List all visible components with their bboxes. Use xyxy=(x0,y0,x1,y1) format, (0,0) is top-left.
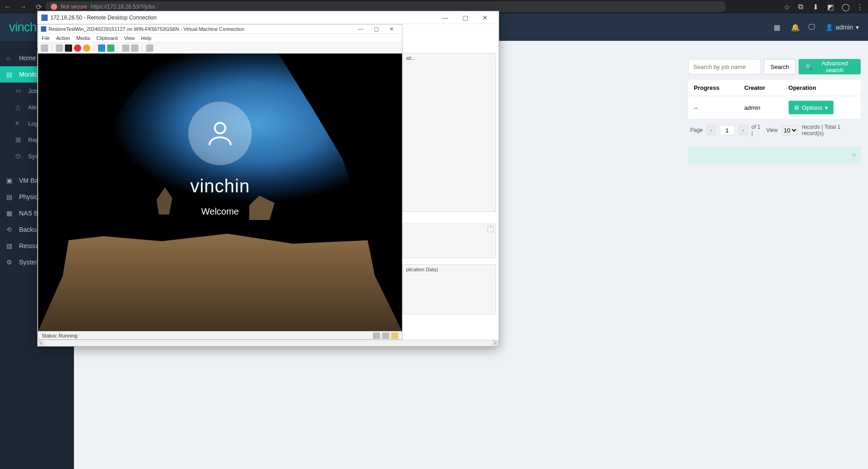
not-secure-label: Not secure xyxy=(61,4,87,10)
user-icon: 👤 xyxy=(825,24,833,31)
vmconn-icon xyxy=(41,26,46,32)
vm-screen[interactable]: vinchin Welcome xyxy=(38,54,402,331)
anon-icon[interactable]: ◯ xyxy=(842,3,850,11)
options-label: Options xyxy=(802,104,823,111)
page-input[interactable] xyxy=(720,125,735,135)
peek-text: plication Data) xyxy=(403,265,495,274)
vm-close-button[interactable]: ✕ xyxy=(384,26,399,32)
peek-panel-1: ati... xyxy=(403,53,496,212)
maximize-button[interactable]: ▢ xyxy=(455,14,475,21)
save-icon[interactable] xyxy=(83,44,90,52)
minimize-button[interactable]: — xyxy=(435,14,455,21)
menu-media[interactable]: Media xyxy=(76,35,90,41)
chevron-down-icon: ▾ xyxy=(825,104,828,111)
menu-clipboard[interactable]: Clipboard xyxy=(96,35,118,41)
gear-icon: ⚙ xyxy=(6,259,14,266)
nav-back-icon[interactable]: ← xyxy=(4,3,12,11)
ctrl-alt-del-icon[interactable] xyxy=(41,44,48,52)
grid-icon[interactable]: ▦ xyxy=(774,23,782,31)
resource-icon: ▧ xyxy=(6,242,14,249)
menu-view[interactable]: View xyxy=(124,35,135,41)
page-label: Page xyxy=(690,127,703,133)
options-button[interactable]: ⚙ Options ▾ xyxy=(789,101,834,114)
peek-panel-2: ˆ xyxy=(403,224,496,258)
peek-text: ati... xyxy=(403,54,495,63)
peek-panel-3: plication Data) xyxy=(403,264,496,314)
page-next-button[interactable]: › xyxy=(739,125,748,135)
pause-icon[interactable] xyxy=(98,44,105,52)
nas-icon: ▦ xyxy=(6,210,14,217)
bell-icon: △ xyxy=(15,103,23,111)
gear-icon: ⚙ xyxy=(794,104,799,111)
shutdown-icon[interactable] xyxy=(74,44,81,52)
nav-forward-icon[interactable]: → xyxy=(19,3,27,11)
login-welcome: Welcome xyxy=(188,206,252,217)
avatar-icon xyxy=(188,102,252,165)
vmconn-title-text: RestoreTestWin_20240229151127 on WIN-FK5… xyxy=(49,26,245,32)
chevron-up-icon[interactable]: ˆ xyxy=(487,226,494,232)
log-icon: ≡ xyxy=(15,120,23,127)
warning-icon xyxy=(51,4,57,10)
search-input[interactable] xyxy=(688,59,761,74)
pager: Page ‹ › of 1 | View 10 records | Total … xyxy=(688,119,861,141)
rdp-icon xyxy=(41,15,48,21)
scrollbar[interactable]: ‹ › xyxy=(38,340,499,346)
jobs-icon: ▭ xyxy=(15,87,23,94)
menu-file[interactable]: File xyxy=(42,35,50,41)
cell-creator: admin xyxy=(739,96,783,119)
turnoff-icon[interactable] xyxy=(65,44,72,52)
col-creator[interactable]: Creator xyxy=(739,80,783,96)
svg-point-0 xyxy=(215,122,225,133)
close-icon[interactable]: × xyxy=(852,151,856,159)
display-icon xyxy=(373,332,380,339)
monitor-icon: ▤ xyxy=(6,71,14,78)
bell-icon[interactable]: 🔔 xyxy=(791,23,799,31)
page-size-select[interactable]: 10 xyxy=(781,125,798,135)
vm-minimize-button[interactable]: — xyxy=(353,26,368,32)
sidebar-label: Home xyxy=(19,54,36,62)
reset-icon[interactable] xyxy=(107,44,114,52)
download-icon[interactable]: ⬇ xyxy=(813,3,821,11)
monitor-icon[interactable]: 🖵 xyxy=(808,23,816,31)
scroll-left-icon[interactable]: ‹ xyxy=(38,340,44,346)
menu-action[interactable]: Action xyxy=(56,35,70,41)
cell-progress: -- xyxy=(688,96,739,119)
advanced-search-button[interactable]: 🔍 Advanced search xyxy=(799,59,861,74)
scroll-right-icon[interactable]: › xyxy=(492,340,499,346)
disk-icon xyxy=(382,332,389,339)
col-progress[interactable]: Progress xyxy=(688,80,739,96)
app-logo: vinch xyxy=(9,20,36,34)
search-button[interactable]: Search xyxy=(764,59,796,74)
search-icon: 🔍 xyxy=(805,64,813,70)
vm-icon: ▣ xyxy=(6,177,14,184)
close-button[interactable]: ✕ xyxy=(475,14,495,21)
start-icon[interactable] xyxy=(56,44,63,52)
extension-icon[interactable]: ⧉ xyxy=(798,3,806,11)
enhanced-icon[interactable] xyxy=(146,44,153,52)
menu-icon[interactable]: ⋮ xyxy=(856,3,864,11)
revert-icon[interactable] xyxy=(131,44,138,52)
login-username: vinchin xyxy=(188,176,252,196)
col-operation[interactable]: Operation xyxy=(783,80,861,96)
records-label: records | Total 1 record(s) xyxy=(802,124,859,137)
table-row[interactable]: -- admin ⚙ Options ▾ xyxy=(688,96,861,119)
view-label: View xyxy=(766,127,778,133)
system-icon: ◷ xyxy=(15,152,23,160)
menu-help[interactable]: Help xyxy=(141,35,152,41)
physical-icon: ▤ xyxy=(6,193,14,200)
home-icon: ⌂ xyxy=(6,54,14,62)
user-menu[interactable]: 👤 admin ▾ xyxy=(825,24,859,31)
star-icon[interactable]: ☆ xyxy=(784,3,792,11)
url-text: https://172.18.26.53/?/jobs xyxy=(91,4,155,10)
adv-label: Advanced search xyxy=(815,60,854,73)
vm-maximize-button[interactable]: ▢ xyxy=(368,26,384,32)
profile-icon[interactable]: ◩ xyxy=(827,3,835,11)
nav-reload-icon[interactable]: ⟳ xyxy=(34,3,43,11)
jobs-table: Progress Creator Operation -- admin ⚙ Op… xyxy=(688,80,861,119)
lock-icon xyxy=(391,332,398,339)
checkpoint-icon[interactable] xyxy=(122,44,129,52)
vmconn-window: RestoreTestWin_20240229151127 on WIN-FK5… xyxy=(38,24,402,340)
page-prev-button[interactable]: ‹ xyxy=(706,125,716,135)
backup-icon: ⟲ xyxy=(6,226,14,233)
report-icon: ▥ xyxy=(15,136,23,143)
